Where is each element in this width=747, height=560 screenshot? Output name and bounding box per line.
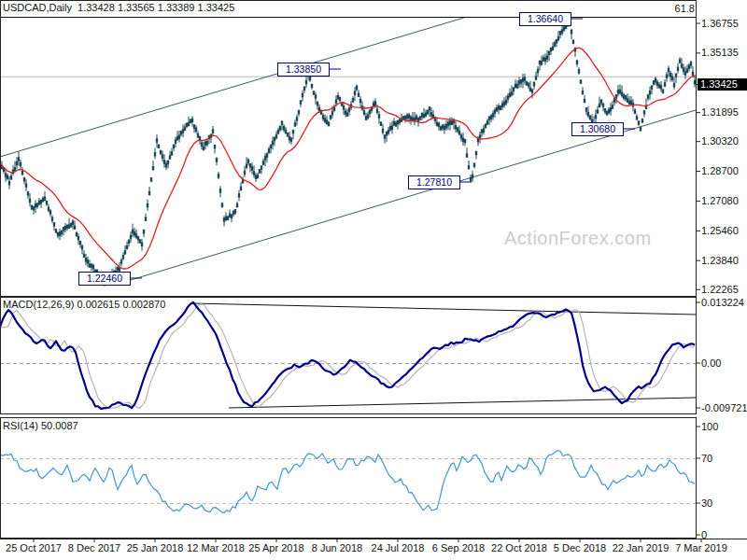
indicator-axis-tick: 30 [701,497,744,510]
date-axis-label: 5 Dec 2018 [554,542,606,553]
price-axis-tick: 1.27080 [701,195,744,207]
fib-618-label: 61.8 [670,3,695,14]
date-axis-label: 7 Mar 2019 [675,542,727,553]
indicator-axis-tick: -0.009721 [701,402,744,414]
price-axis-tick: 1.23840 [701,255,744,267]
macd-signal-line [0,304,695,409]
indicator-axis-tick: 0.00 [701,357,744,370]
macd-channel-line [191,303,696,315]
date-axis-label: 8 Dec 2017 [68,542,120,553]
price-flag[interactable]: 1.22460 [78,272,131,286]
date-axis-label: 25 Apr 2018 [248,542,303,553]
trendline [0,17,467,157]
indicator-axis-tick: 100 [701,421,744,433]
date-axis-label: 12 Mar 2018 [187,542,245,553]
price-axis-tick: 1.35135 [701,47,744,59]
price-axis-tick: 1.22265 [701,284,744,296]
macd-main-line [0,302,695,409]
date-axis-label: 22 Jan 2019 [613,542,669,553]
price-axis-tick: 1.31895 [701,106,744,119]
date-axis-label: 25 Oct 2017 [6,542,62,553]
date-axis-label: 25 Jan 2018 [127,542,184,553]
indicator-axis-tick: 0 [701,529,744,541]
price-axis-tick: 1.36755 [701,18,744,30]
current-price-tick: 1.33425 [698,78,747,91]
price-flag[interactable]: 1.33850 [277,63,330,77]
rsi-layer [0,451,697,513]
macd-title: MACD(12,26,9) 0.002615 0.002870 [3,299,165,310]
indicator-axis-tick: 70 [701,453,744,465]
price-flag[interactable]: 1.27810 [408,175,460,189]
price-flag[interactable]: 1.30680 [571,122,624,136]
macd-layer [0,302,697,409]
actionforex-watermark: ActionForex.com [504,228,652,249]
indicator-axis-tick: 0.013224 [701,297,744,309]
chart-window: USDCAD,Daily 1.33428 1.33565 1.33389 1.3… [0,0,747,560]
price-axis-tick: 1.30320 [701,135,744,147]
price-flag[interactable]: 1.36640 [519,12,571,26]
date-axis-label: 24 Jul 2018 [372,542,425,553]
main-chart-title: USDCAD,Daily 1.33428 1.33565 1.33389 1.3… [3,2,234,13]
price-axis-tick: 1.25460 [701,225,744,237]
date-axis-label: 6 Sep 2018 [432,542,485,553]
price-axis-tick: 1.28700 [701,165,744,177]
date-axis-label: 22 Oct 2018 [491,542,547,553]
date-axis-label: 8 Jun 2018 [312,542,362,553]
rsi-title: RSI(14) 50.0087 [3,420,78,431]
